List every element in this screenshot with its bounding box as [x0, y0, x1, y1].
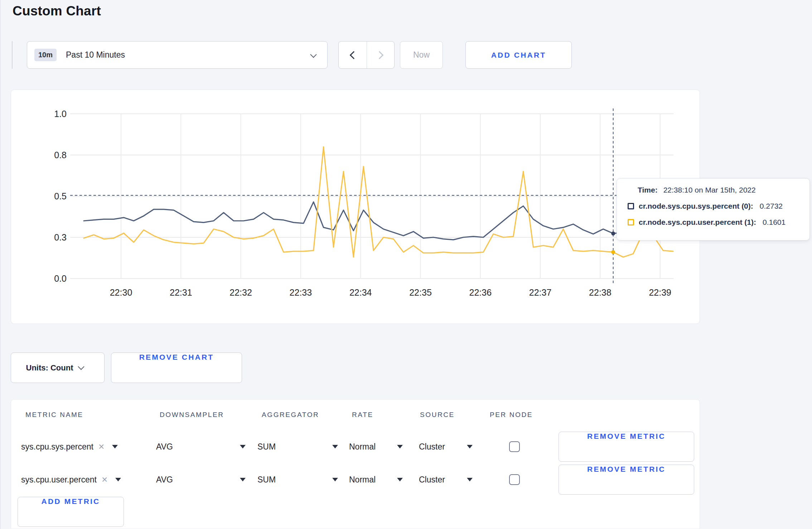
metrics-table: METRIC NAMEDOWNSAMPLERAGGREGATORRATESOUR…: [11, 399, 700, 529]
caret-down-icon: [332, 445, 338, 448]
clear-metric-icon[interactable]: ×: [102, 475, 107, 485]
chevron-down-icon: [310, 51, 316, 58]
column-header: SOURCE: [420, 411, 490, 419]
caret-down-icon: [115, 478, 121, 481]
chart-tooltip: Time:22:38:10 on Mar 15th, 2022 cr.node.…: [617, 178, 810, 241]
chart-svg[interactable]: 0.00.30.50.81.022:3022:3122:3222:3322:34…: [11, 90, 699, 323]
caret-down-icon: [332, 478, 338, 481]
rate-select[interactable]: Normal: [349, 442, 403, 452]
metric-name-select[interactable]: sys.cpu.sys.percent ×: [21, 442, 156, 452]
per-node-checkbox[interactable]: [509, 474, 520, 485]
units-select-label: Units: Count: [26, 363, 73, 373]
add-metric-button[interactable]: ADD METRIC: [18, 497, 124, 527]
add-metric-label: ADD METRIC: [42, 497, 100, 526]
svg-text:22:34: 22:34: [349, 287, 372, 297]
rate-select[interactable]: Normal: [349, 475, 403, 485]
remove-metric-label: REMOVE METRIC: [587, 432, 666, 461]
caret-down-icon: [467, 445, 473, 448]
svg-text:22:38: 22:38: [589, 287, 612, 297]
tooltip-series-user-value: 0.1601: [763, 218, 786, 227]
caret-down-icon: [240, 445, 246, 448]
svg-text:22:30: 22:30: [110, 287, 132, 297]
caret-down-icon: [397, 445, 403, 448]
tooltip-series-sys-label: cr.node.sys.cpu.sys.percent (0):: [639, 202, 753, 210]
remove-metric-button[interactable]: REMOVE METRIC: [559, 432, 694, 462]
tooltip-series-user-label: cr.node.sys.cpu.user.percent (1):: [639, 218, 756, 227]
svg-text:22:33: 22:33: [290, 287, 312, 297]
svg-text:22:37: 22:37: [529, 287, 552, 297]
source-value: Cluster: [419, 442, 445, 452]
downsampler-select[interactable]: AVG: [156, 475, 246, 485]
metric-name-label: sys.cpu.user.percent: [21, 475, 97, 485]
time-window-nav: [338, 41, 395, 69]
series-sys-legend-icon: [628, 203, 634, 209]
svg-text:22:32: 22:32: [229, 287, 252, 297]
caret-down-icon: [467, 478, 473, 481]
table-row: sys.cpu.sys.percent × AVG SUM Normal Clu…: [11, 430, 700, 463]
remove-metric-button[interactable]: REMOVE METRIC: [559, 465, 694, 495]
caret-down-icon: [397, 478, 403, 481]
caret-down-icon: [112, 445, 118, 448]
toolbar-divider: [12, 41, 13, 69]
now-button-label: Now: [413, 50, 430, 60]
chart-card: 0.00.30.50.81.022:3022:3122:3222:3322:34…: [11, 89, 700, 324]
metrics-rows: sys.cpu.sys.percent × AVG SUM Normal Clu…: [11, 430, 700, 496]
aggregator-value: SUM: [257, 442, 276, 452]
source-select[interactable]: Cluster: [419, 475, 473, 485]
svg-text:22:36: 22:36: [469, 287, 492, 297]
time-range-select[interactable]: 10m Past 10 Minutes: [27, 41, 328, 69]
tooltip-time-value: 22:38:10 on Mar 15th, 2022: [663, 186, 756, 194]
downsampler-value: AVG: [156, 475, 173, 485]
aggregator-select[interactable]: SUM: [257, 475, 338, 485]
svg-text:22:35: 22:35: [409, 287, 432, 297]
svg-text:0.5: 0.5: [54, 191, 67, 201]
column-header: DOWNSAMPLER: [160, 411, 262, 419]
source-value: Cluster: [419, 475, 445, 485]
column-header: RATE: [352, 411, 420, 419]
remove-chart-button[interactable]: REMOVE CHART: [111, 353, 242, 383]
time-range-label: Past 10 Minutes: [66, 50, 125, 60]
add-chart-button[interactable]: ADD CHART: [465, 41, 572, 69]
per-node-checkbox[interactable]: [509, 441, 520, 452]
column-header: PER NODE: [490, 411, 700, 419]
units-select[interactable]: Units: Count: [11, 353, 105, 383]
downsampler-select[interactable]: AVG: [156, 442, 246, 452]
metric-name-select[interactable]: sys.cpu.user.percent ×: [21, 475, 156, 485]
now-button[interactable]: Now: [400, 41, 443, 69]
rate-value: Normal: [349, 475, 376, 485]
column-header: METRIC NAME: [25, 411, 160, 419]
column-header: AGGREGATOR: [262, 411, 352, 419]
remove-chart-label: REMOVE CHART: [139, 353, 214, 383]
tooltip-series-sys-value: 0.2732: [760, 202, 783, 210]
page-title: Custom Chart: [13, 4, 101, 19]
metrics-table-header: METRIC NAMEDOWNSAMPLERAGGREGATORRATESOUR…: [11, 399, 700, 430]
series-user-legend-icon: [628, 219, 634, 225]
chevron-left-icon: [349, 51, 358, 59]
table-row: sys.cpu.user.percent × AVG SUM Normal Cl…: [11, 463, 700, 496]
chevron-down-icon: [78, 363, 84, 370]
prev-window-button[interactable]: [339, 42, 367, 68]
svg-text:0.3: 0.3: [54, 232, 67, 242]
aggregator-select[interactable]: SUM: [257, 442, 338, 452]
add-chart-label: ADD CHART: [491, 51, 546, 59]
caret-down-icon: [240, 478, 246, 481]
chevron-right-icon: [375, 51, 383, 59]
remove-metric-label: REMOVE METRIC: [587, 465, 666, 494]
clear-metric-icon[interactable]: ×: [98, 442, 104, 452]
svg-text:1.0: 1.0: [54, 109, 67, 119]
aggregator-value: SUM: [257, 475, 276, 485]
source-select[interactable]: Cluster: [419, 442, 473, 452]
next-window-button[interactable]: [367, 42, 395, 68]
svg-text:22:31: 22:31: [170, 287, 192, 297]
downsampler-value: AVG: [156, 442, 173, 452]
tooltip-time-label: Time:: [638, 186, 658, 194]
page-left-border: [0, 0, 1, 529]
svg-text:22:39: 22:39: [649, 287, 671, 297]
rate-value: Normal: [349, 442, 376, 452]
svg-text:0.0: 0.0: [54, 273, 67, 283]
time-range-badge: 10m: [34, 49, 57, 61]
metric-name-label: sys.cpu.sys.percent: [21, 442, 93, 452]
svg-text:0.8: 0.8: [54, 150, 67, 160]
